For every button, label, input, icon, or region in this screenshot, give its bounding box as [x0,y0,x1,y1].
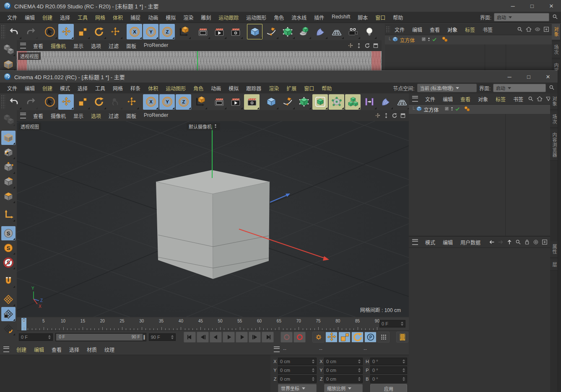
add-subdivision-button[interactable] [280,24,295,39]
add-light-button[interactable] [361,24,377,39]
r20-menu-3[interactable]: 选择 [56,14,74,21]
r21-menu-8[interactable]: 体积 [144,85,162,92]
add-instance-button[interactable] [312,94,328,110]
add-subdivision-button[interactable] [296,94,312,110]
axis-y-button[interactable]: Y [143,24,158,39]
t-end-button[interactable] [262,332,274,343]
r21-menu-15[interactable]: 扩展 [283,85,300,92]
vp-rotate-icon[interactable] [364,42,371,49]
axis-z-button[interactable]: Z [176,94,191,110]
vp-pan-icon[interactable] [374,112,381,119]
add-field-button[interactable] [361,94,377,110]
nodespace-combobox[interactable]: 当前 (标准/物理) [417,84,477,92]
panel-menu-icon[interactable] [20,113,26,119]
range-start-field[interactable]: 0 F [19,333,53,341]
scale-x-field[interactable]: 0 cm [324,358,363,365]
r21-menu-10[interactable]: 角色 [190,85,207,92]
r21-menu-13[interactable]: 跟踪器 [242,85,265,92]
material-menu-2[interactable]: 查看 [48,346,65,353]
r20-object-row[interactable]: └ 立方体 [385,35,552,44]
add-deformer-button[interactable] [378,94,393,110]
add-spline-button[interactable] [280,94,295,110]
mode-polygons-button[interactable] [1,189,16,204]
rotate-button[interactable] [91,94,106,110]
panel-menu-icon[interactable] [412,96,418,102]
close-button[interactable]: ✕ [538,71,558,83]
live-selection-button[interactable] [42,24,57,39]
search-icon[interactable] [516,26,524,33]
vp-rotate-icon[interactable] [391,112,398,119]
up-icon[interactable] [506,238,513,246]
r20-menu-8[interactable]: 动画 [144,14,162,21]
redo-button[interactable] [23,24,38,39]
r20-om-menu-5[interactable]: 书签 [479,26,496,33]
rotate-button[interactable] [91,24,106,39]
r20-viewport-menu-2[interactable]: 显示 [70,42,87,49]
rot-p-field[interactable]: 0 ° [370,366,407,374]
snap-enabled-button[interactable]: S [1,226,16,240]
pos-z-field[interactable]: 0 cm [278,375,317,383]
r20-menu-1[interactable]: 编辑 [21,14,39,21]
redo-button[interactable] [23,94,38,110]
snap-off-button[interactable]: S [1,255,16,270]
axis-x-button[interactable]: X [127,24,142,39]
maximize-button[interactable]: □ [519,71,538,83]
t-start-button[interactable] [184,332,196,343]
r21-tab-0[interactable]: 对象 [550,93,558,110]
viewport-label[interactable]: 透视视图 [18,123,41,130]
render-play-button[interactable] [211,24,227,39]
r21-om-menu-1[interactable]: 编辑 [439,95,457,103]
add-cube-button[interactable] [263,94,279,110]
scale-button[interactable] [75,24,90,39]
r20-menu-5[interactable]: 网格 [91,14,109,21]
camera-label[interactable]: 默认摄像机 [187,123,220,130]
scale-y-field[interactable]: 0 cm [324,366,363,374]
r21-om-menu-4[interactable]: 标签 [492,95,509,103]
pos-y-field[interactable]: 0 cm [278,366,317,374]
r21-tab-0[interactable]: 属性 [550,241,558,258]
r20-viewport-menu-0[interactable]: 查看 [29,42,47,49]
t-next-button[interactable] [236,332,248,343]
back-icon[interactable] [488,238,496,246]
workplane-button[interactable] [1,292,16,307]
tweak-button[interactable] [107,94,123,110]
vp-maximize-icon[interactable] [400,112,406,119]
enabled-check-icon[interactable] [455,106,460,113]
visibility-dots-icon[interactable] [426,37,431,43]
rec-on-button[interactable] [293,332,306,343]
r21-menu-3[interactable]: 模式 [56,85,74,92]
r21-menu-4[interactable]: 选择 [74,85,91,92]
key-move-button[interactable] [325,332,338,343]
r21-tab-2[interactable]: 内容浏览器 [550,129,558,161]
forward-icon[interactable] [497,238,504,246]
r20-tab-1[interactable]: 场次 [552,42,560,58]
r21-om-menu-3[interactable]: 对象 [474,95,492,103]
r20-om-menu-0[interactable]: 文件 [391,26,408,33]
home-icon[interactable] [525,26,532,33]
search-icon[interactable] [548,84,555,92]
r20-mode-model-button[interactable] [1,57,16,72]
r21-om-menu-2[interactable]: 查看 [457,95,474,103]
key-rotate-button[interactable] [351,332,364,343]
r20-menu-7[interactable]: 捕捉 [127,14,144,21]
make-editable-button[interactable] [1,112,16,126]
t-nextkey-button[interactable] [249,332,261,343]
scale-mode-combobox[interactable]: 缩放比例 [324,384,363,392]
r20-menu-4[interactable]: 工具 [74,14,91,21]
filmstrip-button[interactable] [396,332,408,343]
key-scale-button[interactable] [338,332,351,343]
phong-tag-icon[interactable] [464,106,470,113]
add-deformer-button[interactable] [312,24,328,39]
r20-object-name[interactable]: 立方体 [400,36,415,44]
phong-tag-icon[interactable] [442,36,448,44]
minus-icon[interactable] [534,26,541,33]
r21-menu-7[interactable]: 样条 [127,85,144,92]
plusbox-icon[interactable] [543,26,550,33]
r20-menu-16[interactable]: 插件 [310,14,328,21]
range-end-field[interactable]: 90 F [149,333,176,341]
t-play-button[interactable] [223,332,235,343]
r20-viewport[interactable]: 透视视图 [17,51,382,70]
r21-viewport[interactable]: Y Z X 透视视图 默认摄像机 网格间距 : 100 cm [17,121,409,317]
panel-menu-icon[interactable] [20,43,26,49]
r20-menu-12[interactable]: 运动跟踪 [215,14,242,21]
